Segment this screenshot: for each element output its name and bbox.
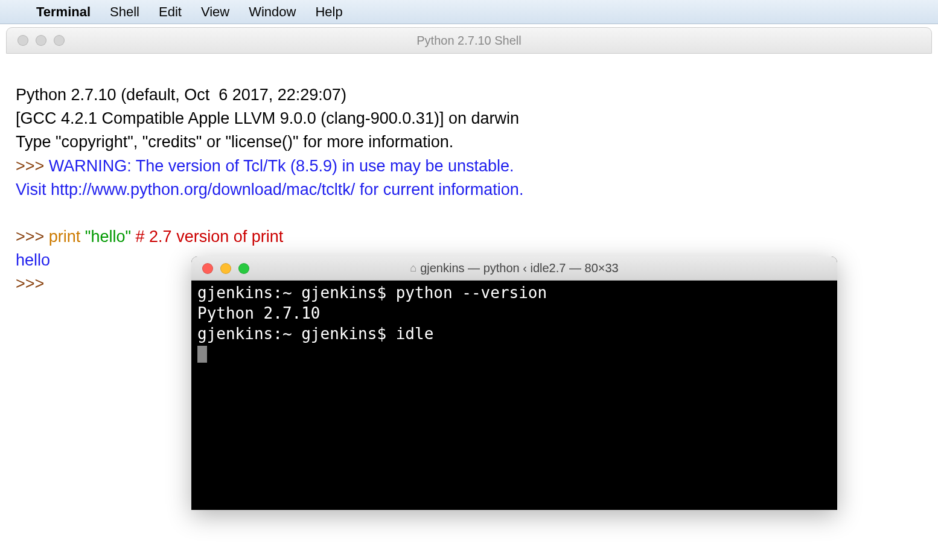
close-button[interactable]	[202, 263, 213, 274]
minimize-button[interactable]	[36, 35, 46, 46]
idle-banner-line2: [GCC 4.2.1 Compatible Apple LLVM 9.0.0 (…	[16, 109, 519, 127]
idle-prompt: >>>	[16, 157, 49, 175]
idle-banner-line1: Python 2.7.10 (default, Oct 6 2017, 22:2…	[16, 86, 346, 104]
idle-traffic-lights	[7, 35, 65, 46]
terminal-line: gjenkins:~ gjenkins$ python --version	[197, 283, 831, 304]
idle-comment: # 2.7 version of print	[131, 228, 283, 246]
terminal-cursor-line	[197, 344, 831, 364]
terminal-window-title: ⌂ gjenkins — python ‹ idle2.7 — 80×33	[191, 261, 837, 275]
menubar-window[interactable]: Window	[249, 4, 296, 20]
idle-warning-line1: WARNING: The version of Tcl/Tk (8.5.9) i…	[49, 157, 514, 175]
idle-banner-line3: Type "copyright", "credits" or "license(…	[16, 133, 453, 151]
menubar-help[interactable]: Help	[315, 4, 342, 20]
menubar-view[interactable]: View	[201, 4, 229, 20]
terminal-line: Python 2.7.10	[197, 304, 831, 324]
terminal-line: gjenkins:~ gjenkins$ idle	[197, 324, 831, 345]
idle-prompt: >>>	[16, 275, 49, 293]
terminal-title-text: gjenkins — python ‹ idle2.7 — 80×33	[420, 261, 619, 275]
macos-menubar: Terminal Shell Edit View Window Help	[0, 0, 938, 24]
idle-warning-line2: Visit http://www.python.org/download/mac…	[16, 180, 523, 199]
idle-keyword-print: print	[49, 228, 81, 246]
minimize-button[interactable]	[220, 263, 231, 274]
maximize-button[interactable]	[54, 35, 65, 46]
terminal-window[interactable]: ⌂ gjenkins — python ‹ idle2.7 — 80×33 gj…	[191, 256, 837, 510]
idle-space	[80, 228, 85, 246]
menubar-shell[interactable]: Shell	[110, 4, 139, 20]
maximize-button[interactable]	[238, 263, 249, 274]
terminal-cursor	[197, 346, 207, 363]
idle-titlebar[interactable]: Python 2.7.10 Shell	[6, 27, 932, 54]
menubar-app-name[interactable]: Terminal	[36, 4, 91, 20]
idle-prompt: >>>	[16, 228, 49, 246]
terminal-content[interactable]: gjenkins:~ gjenkins$ python --version Py…	[191, 281, 837, 510]
idle-window-title: Python 2.7.10 Shell	[7, 34, 931, 48]
idle-string-hello: "hello"	[85, 228, 131, 246]
terminal-titlebar[interactable]: ⌂ gjenkins — python ‹ idle2.7 — 80×33	[191, 256, 837, 281]
terminal-traffic-lights	[191, 263, 249, 274]
close-button[interactable]	[18, 35, 28, 46]
menubar-edit[interactable]: Edit	[159, 4, 182, 20]
home-icon: ⌂	[410, 262, 416, 275]
idle-output-hello: hello	[16, 251, 50, 269]
